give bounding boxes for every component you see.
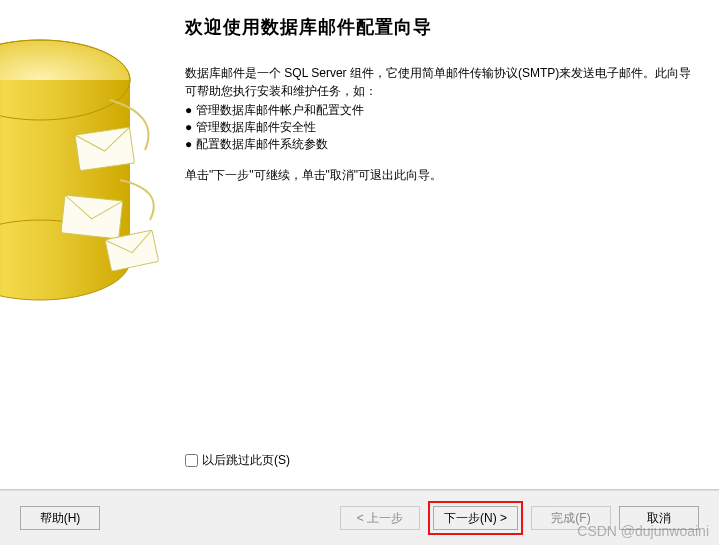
next-highlight: 下一步(N) > — [428, 501, 523, 535]
svg-rect-4 — [75, 127, 134, 170]
page-title: 欢迎使用数据库邮件配置向导 — [185, 15, 699, 39]
skip-label[interactable]: 以后跳过此页(S) — [202, 452, 290, 469]
instruction-text: 单击"下一步"可继续，单击"取消"可退出此向导。 — [185, 167, 699, 184]
description-line: 可帮助您执行安装和维护任务，如： — [185, 84, 377, 98]
description: 数据库邮件是一个 SQL Server 组件，它使用简单邮件传输协议(SMTP)… — [185, 64, 699, 100]
task-item: 管理数据库邮件安全性 — [185, 119, 699, 136]
wizard-illustration-panel — [0, 0, 170, 489]
back-button: < 上一步 — [340, 506, 420, 530]
database-mail-icon — [0, 20, 170, 340]
cancel-button[interactable]: 取消 — [619, 506, 699, 530]
svg-rect-5 — [61, 195, 123, 239]
description-line: 数据库邮件是一个 SQL Server 组件，它使用简单邮件传输协议(SMTP)… — [185, 66, 691, 80]
task-list: 管理数据库邮件帐户和配置文件 管理数据库邮件安全性 配置数据库邮件系统参数 — [185, 102, 699, 153]
task-item: 配置数据库邮件系统参数 — [185, 136, 699, 153]
wizard-content: 欢迎使用数据库邮件配置向导 数据库邮件是一个 SQL Server 组件，它使用… — [170, 0, 719, 489]
skip-checkbox[interactable] — [185, 454, 198, 467]
help-button[interactable]: 帮助(H) — [20, 506, 100, 530]
button-bar: 帮助(H) < 上一步 下一步(N) > 完成(F) 取消 — [0, 490, 719, 545]
next-button[interactable]: 下一步(N) > — [433, 506, 518, 530]
finish-button: 完成(F) — [531, 506, 611, 530]
task-item: 管理数据库邮件帐户和配置文件 — [185, 102, 699, 119]
